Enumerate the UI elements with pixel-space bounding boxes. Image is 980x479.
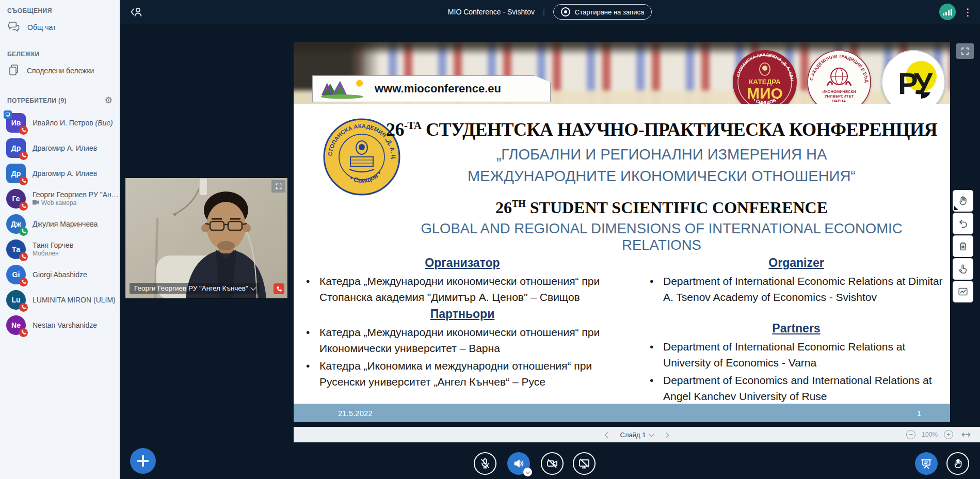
webcam-video-georgi[interactable]: Георги Георгиев РУ "Ангел Кънчев" [125, 178, 287, 298]
clear-annotations-icon[interactable] [953, 235, 973, 257]
user-name: Драгомир А. Илиев [33, 169, 97, 178]
webcam-name-label[interactable]: Георги Георгиев РУ "Ангел Кънчев" [130, 283, 260, 294]
shared-notes-label: Споделени бележки [27, 67, 94, 75]
restore-presentation-icon[interactable] [915, 452, 938, 475]
slide-title-english: 26TH STUDENT SCIENTIFIC CONFERENCE [381, 198, 942, 217]
slide-section-heading: Организатор [301, 256, 624, 270]
svg-text:РУ: РУ [898, 67, 933, 100]
record-label: Стартиране на записа [575, 8, 644, 16]
katedra-mio-logo: СТОПАНСКА АКАДЕМИЯ „Д. А. ЦЕНОВ“ КАТЕДРА… [732, 50, 797, 104]
slide-section-heading: Partners [645, 322, 948, 336]
user-list-item[interactable]: ИвИвайло И. Петров (Вие) [0, 110, 120, 135]
slide-page-number: 1 [917, 409, 921, 418]
muted-phone-icon [19, 278, 28, 286]
messages-header: СЪОБЩЕНИЯ [0, 0, 120, 17]
svg-text:УНИВЕРСИТЕТ: УНИВЕРСИТЕТ [825, 94, 854, 99]
user-name: Драгомир А. Илиев [33, 144, 97, 152]
muted-phone-icon [19, 328, 28, 337]
user-list-item[interactable]: LuLUMINITA MIRON (ULIM) [0, 287, 120, 312]
sidebar-item-shared-notes[interactable]: Споделени бележки [0, 60, 120, 82]
user-name: LUMINITA MIRON (ULIM) [33, 296, 116, 304]
fit-width-icon[interactable] [959, 429, 973, 440]
conference-url: www.mioconference.eu [375, 82, 501, 95]
user-avatar: Lu [6, 290, 26, 310]
user-status-label: Мобилен [33, 250, 73, 257]
presenter-badge-icon [4, 110, 12, 119]
title-divider: | [543, 8, 545, 17]
webcam-fullscreen-icon[interactable] [271, 180, 285, 193]
slide-date: 21.5.2022 [338, 409, 373, 418]
start-recording-button[interactable]: Стартиране на записа [553, 4, 652, 20]
camera-off-icon[interactable] [541, 452, 564, 475]
user-list-item[interactable]: ТаТаня ГорчевМобилен [0, 236, 120, 262]
shared-notes-icon [8, 64, 20, 78]
user-list: ИвИвайло И. Петров (Вие)ДрДрагомир А. Ил… [0, 110, 120, 338]
user-name: Джулия Маринчева [33, 220, 98, 228]
audio-on-icon[interactable] [507, 452, 530, 475]
slide-selector[interactable]: Слайд 1 [617, 429, 657, 441]
notes-header: БЕЛЕЖКИ [0, 38, 120, 60]
presentation-controls-bar: Слайд 1 − 100% + [294, 427, 980, 442]
slide-subtitle-english: GLOBAL AND REGIONAL DIMENSIONS OF INTERN… [381, 220, 942, 253]
meeting-title: MIO Conference - Svishtov [448, 8, 535, 16]
listen-phone-icon [19, 227, 28, 236]
slide-section: PartnersDepartment of International Econ… [645, 322, 948, 404]
slide-bullet-item: Department of Economics and Internationa… [645, 372, 948, 404]
polls-icon[interactable] [953, 281, 973, 302]
webcam-icon [33, 199, 39, 206]
pointer-tool-icon[interactable] [953, 258, 973, 280]
undo-icon[interactable] [953, 213, 973, 234]
slide-section-heading: Партньори [301, 307, 624, 321]
svg-text:ИКОНОМИЧЕСКИ: ИКОНОМИЧЕСКИ [822, 89, 856, 94]
user-avatar: Ne [6, 315, 26, 335]
user-list-item[interactable]: ГеГеорги Георгиев РУ "Ангел Кънч...Web к… [0, 186, 120, 211]
presentation-slide[interactable]: www.mioconference.eu СТОПАНСКА АКАДЕМИЯ … [294, 42, 950, 422]
hide-userlist-icon[interactable] [128, 4, 146, 20]
slide-column-english: OrganizerDepartment of International Eco… [624, 254, 950, 406]
audio-options-chevron[interactable] [523, 468, 532, 476]
user-list-item[interactable]: ДжДжулия Маринчева [0, 211, 120, 236]
fullscreen-presentation-icon[interactable] [956, 43, 974, 59]
zoom-out-icon[interactable]: − [906, 430, 915, 439]
user-name: Ивайло И. Петров (Вие) [33, 119, 113, 127]
options-menu-icon[interactable]: ⋮ [961, 5, 975, 19]
mioconference-ribbon: www.mioconference.eu [312, 75, 551, 102]
actions-plus-icon[interactable] [130, 448, 156, 474]
mic-muted-icon[interactable] [474, 452, 496, 475]
user-avatar: Gi [6, 265, 26, 284]
record-icon [561, 7, 570, 17]
slide-bullet-item: Department of International Economic Rel… [645, 339, 948, 371]
user-list-item[interactable]: NeNestan Varshanidze [0, 312, 120, 338]
muted-phone-icon [19, 303, 28, 312]
user-avatar: Дж [6, 214, 26, 234]
mio-logo [320, 77, 367, 100]
previous-slide-icon[interactable] [602, 429, 614, 441]
raise-hand-icon[interactable] [946, 452, 969, 475]
slide-bullet-item: Катедра „Икономика и международни отноше… [301, 358, 624, 390]
sidebar-panel: СЪОБЩЕНИЯ Общ чат БЕЛЕЖКИ Споделени беле… [0, 0, 120, 479]
sidebar-item-public-chat[interactable]: Общ чат [0, 17, 120, 38]
manage-users-gear-icon[interactable]: ⚙ [104, 95, 114, 106]
ue-varna-logo: С АКАДЕМИЧНИ ТРАДИЦИИ В БЪДЕЩЕТО ИКОНОМИ… [807, 50, 872, 104]
user-name: Георги Георгиев РУ "Ангел Кънч...Web кам… [33, 190, 119, 206]
muted-phone-icon [19, 177, 28, 185]
user-list-item[interactable]: ДрДрагомир А. Илиев [0, 161, 120, 186]
hand-tool-icon[interactable] [953, 190, 973, 212]
slide-section-heading: Organizer [645, 256, 948, 270]
slide-bullet-item: Катедра „Международни икономически отнош… [301, 324, 624, 356]
screenshare-icon[interactable] [573, 452, 596, 475]
slide-column-bulgarian: ОрганизаторКатедра „Международни икономи… [294, 254, 624, 406]
slide-selector-label: Слайд 1 [620, 431, 646, 439]
slide-bullet-item: Department of International Economic Rel… [645, 273, 948, 305]
user-list-item[interactable]: GiGiorgi Abashidze [0, 262, 120, 287]
slide-section: OrganizerDepartment of International Eco… [645, 256, 948, 305]
public-chat-label: Общ чат [27, 23, 56, 31]
muted-phone-icon [19, 151, 28, 160]
user-avatar: Ге [6, 189, 26, 209]
connection-status-icon[interactable] [939, 4, 956, 20]
next-slide-icon[interactable] [660, 429, 672, 441]
user-status-label: Web камера [33, 199, 119, 206]
user-list-item[interactable]: ДрДрагомир А. Илиев [0, 135, 120, 161]
muted-phone-icon [19, 126, 28, 135]
zoom-in-icon[interactable]: + [944, 430, 953, 439]
